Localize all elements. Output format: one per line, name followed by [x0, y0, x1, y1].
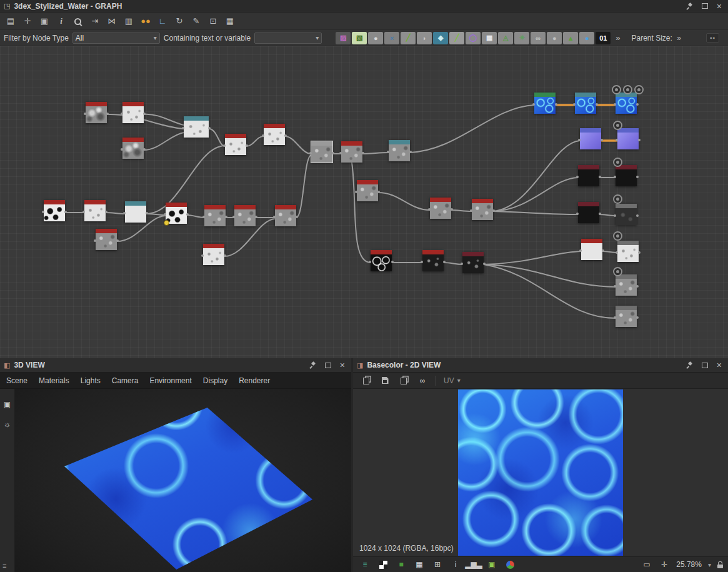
graph-node[interactable]	[204, 205, 226, 226]
filter-atomic-icon[interactable]: ▧	[352, 32, 367, 44]
filter-substance-icon[interactable]: ◈	[433, 32, 448, 44]
graph-node[interactable]	[341, 141, 362, 163]
graph-node[interactable]	[122, 138, 144, 159]
graph-node[interactable]	[225, 134, 246, 155]
screenshot-icon[interactable]: ▣	[37, 14, 52, 28]
menu-item-environment[interactable]: Environment	[149, 376, 191, 385]
output-view-icon[interactable]	[612, 85, 621, 94]
filter-bitmap-icon[interactable]: 01	[596, 32, 611, 44]
node-size-icon[interactable]: ▪▪	[706, 33, 719, 43]
menu-item-materials[interactable]: Materials	[39, 376, 69, 385]
pin-icon[interactable]	[686, 3, 693, 10]
lock-icon[interactable]	[717, 564, 723, 568]
new-view-icon[interactable]: ▤	[3, 14, 18, 28]
rotate-view-icon[interactable]: ↻	[172, 14, 187, 28]
filter-channel-shuffle-icon[interactable]: ×	[384, 32, 399, 44]
layers-icon[interactable]: ≡	[359, 559, 371, 570]
info-icon[interactable]: i	[450, 559, 461, 570]
output-view-icon[interactable]	[613, 158, 622, 167]
graph-node[interactable]	[125, 201, 146, 223]
menu-item-scene[interactable]: Scene	[6, 376, 27, 385]
graph-node[interactable]	[234, 205, 256, 226]
2d-viewport[interactable]: 1024 x 1024 (RGBA, 16bpc)	[353, 389, 728, 556]
graph-node[interactable]	[616, 204, 637, 225]
graph-node[interactable]	[44, 200, 65, 221]
dot-links-icon[interactable]: ●●	[138, 14, 153, 28]
output-view-icon[interactable]	[613, 194, 622, 204]
graph-node[interactable]	[462, 252, 484, 273]
copy-image-icon[interactable]	[361, 375, 372, 386]
uv-mode-dropdown[interactable]: UV ▾	[444, 376, 461, 385]
float-window-icon[interactable]	[702, 3, 708, 9]
filter-function-icon[interactable]: ✳	[514, 32, 529, 44]
graph-node[interactable]	[275, 205, 296, 226]
graph-node[interactable]	[617, 241, 639, 262]
filter-fx-map-icon[interactable]: ◯	[466, 32, 481, 44]
alpha-checker-icon[interactable]	[377, 559, 389, 570]
filter-mesh-icon[interactable]: ▲	[563, 32, 578, 44]
light-icon[interactable]: ☼	[2, 419, 13, 430]
focus-group-icon[interactable]: ⊡	[206, 14, 221, 28]
paste-image-icon[interactable]	[398, 375, 409, 386]
graph-node[interactable]	[86, 102, 107, 123]
output-view-icon[interactable]	[613, 231, 622, 241]
graph-node[interactable]	[616, 306, 637, 327]
graph-node[interactable]	[264, 124, 285, 145]
filter-tile-icon[interactable]: ▦	[482, 32, 497, 44]
menu-item-renderer[interactable]: Renderer	[239, 376, 270, 385]
center-view-icon[interactable]: ✛	[659, 559, 670, 570]
close-icon[interactable]: ×	[340, 362, 345, 368]
filter-blend-icon[interactable]: ●	[368, 32, 383, 44]
histogram-icon[interactable]: ▂▆▃	[468, 559, 479, 570]
graph-node[interactable]	[616, 274, 637, 296]
graph-node[interactable]	[616, 93, 637, 114]
link-graph-icon[interactable]: ∞	[417, 375, 428, 386]
link-straight-icon[interactable]: ⇥	[87, 14, 102, 28]
graph-node[interactable]	[122, 102, 144, 123]
search-icon[interactable]	[71, 14, 86, 28]
link-connect-icon[interactable]: ⋈	[104, 14, 119, 28]
graph-node[interactable]	[422, 250, 444, 271]
graph-node[interactable]	[616, 165, 637, 186]
graph-node[interactable]	[534, 93, 556, 114]
fit-image-icon[interactable]: ▭	[641, 559, 652, 570]
graph-canvas[interactable]	[0, 46, 728, 358]
tweak-parameters-icon[interactable]: ✎	[189, 14, 204, 28]
graph-node[interactable]	[389, 140, 410, 161]
filter-gradient-icon[interactable]: ╱	[449, 32, 464, 44]
graph-node[interactable]	[311, 141, 332, 163]
graph-node[interactable]	[357, 180, 378, 201]
outliner-icon[interactable]: ≡	[2, 562, 6, 569]
float-window-icon[interactable]	[325, 363, 331, 368]
graph-node[interactable]	[371, 250, 392, 271]
graph-node[interactable]	[184, 116, 209, 138]
filter-curve-icon[interactable]: ╱	[401, 32, 416, 44]
menu-item-lights[interactable]: Lights	[81, 376, 101, 385]
float-window-icon[interactable]	[702, 363, 708, 368]
graph-node[interactable]	[578, 165, 599, 186]
camera-icon[interactable]: ▣	[2, 399, 13, 410]
filter-image-icon[interactable]: ▨	[336, 32, 351, 44]
node-finder-icon[interactable]: i	[54, 14, 69, 28]
output-view-icon[interactable]	[623, 85, 632, 94]
pan-view-icon[interactable]: ✛	[20, 14, 35, 28]
graph-node[interactable]	[166, 203, 187, 224]
filter-blur-icon[interactable]: ◗	[417, 32, 432, 44]
graph-node[interactable]	[580, 128, 601, 149]
graph-node[interactable]	[578, 202, 599, 223]
filter-normal-icon[interactable]: ●	[547, 32, 562, 44]
graph-node[interactable]	[472, 199, 493, 220]
3d-viewport[interactable]	[15, 389, 351, 572]
color-wheel-icon[interactable]	[504, 559, 516, 570]
close-icon[interactable]: ×	[717, 362, 722, 368]
tiling-icon[interactable]: ⊞	[432, 559, 443, 570]
graph-node[interactable]	[203, 244, 224, 265]
pin-icon[interactable]	[686, 361, 693, 369]
graph-node[interactable]	[96, 229, 117, 250]
menu-item-camera[interactable]: Camera	[112, 376, 139, 385]
filter-link-icon[interactable]: ∞	[531, 32, 546, 44]
graph-node[interactable]	[617, 128, 639, 149]
graph-node[interactable]	[581, 239, 602, 260]
containing-text-dropdown[interactable]: ▾	[254, 33, 322, 44]
parent-size-overflow-icon[interactable]: »	[677, 34, 681, 43]
